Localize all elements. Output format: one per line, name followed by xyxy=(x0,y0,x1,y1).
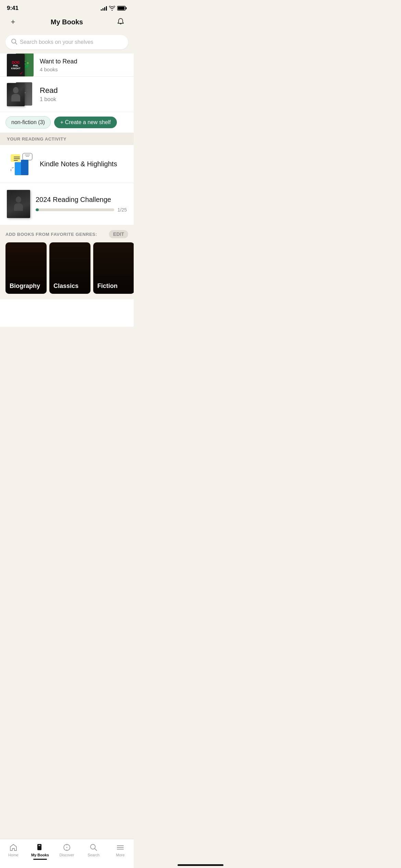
shelf-name-read: Read xyxy=(40,86,127,95)
page-title: My Books xyxy=(19,18,114,26)
shelf-covers-want-to-read: 🐉 DOG PHILKNIGHT ✓ xyxy=(7,53,34,77)
note-icon xyxy=(11,154,20,162)
kindle-icon-container xyxy=(7,152,34,176)
search-container: Search books on your shelves xyxy=(0,32,134,53)
svg-rect-1 xyxy=(126,7,127,9)
genre-card-classics[interactable]: Classics xyxy=(49,242,90,294)
kindle-notes-item[interactable]: Kindle Notes & Highlights xyxy=(0,145,134,183)
notification-button[interactable] xyxy=(114,16,127,28)
kindle-icon xyxy=(9,153,33,175)
challenge-title: 2024 Reading Challenge xyxy=(36,196,127,204)
challenge-portrait xyxy=(13,196,24,212)
signal-icon xyxy=(101,6,107,11)
challenge-cover xyxy=(7,190,30,218)
challenge-cover-inner xyxy=(7,190,30,218)
genres-edit-button[interactable]: EDIT xyxy=(109,230,128,238)
genre-label-fiction: Fiction xyxy=(97,282,118,290)
status-bar: 9:41 xyxy=(0,0,134,14)
tag-nonfiction[interactable]: non-fiction (3) xyxy=(5,116,51,129)
progress-text: 1/25 xyxy=(118,207,127,213)
book2-icon xyxy=(21,160,28,175)
search-placeholder: Search books on your shelves xyxy=(20,39,93,45)
genre-card-fiction[interactable]: Fiction xyxy=(93,242,134,294)
page-header: + My Books xyxy=(0,14,134,32)
shelf-item-want-to-read[interactable]: 🐉 DOG PHILKNIGHT ✓ Want to Read 4 books xyxy=(0,53,134,77)
portrait-figure xyxy=(11,87,21,103)
search-icon xyxy=(11,38,17,46)
reading-challenge-item[interactable]: 2024 Reading Challenge 1/25 xyxy=(0,183,134,225)
progress-bar-fill xyxy=(36,208,39,211)
shelf-info-read: Read 1 book xyxy=(40,86,127,103)
add-button[interactable]: + xyxy=(7,16,19,28)
status-time: 9:41 xyxy=(7,5,19,12)
cover-front: DOG PHILKNIGHT ✓ xyxy=(7,54,25,77)
genre-label-biography: Biography xyxy=(10,282,40,290)
challenge-info: 2024 Reading Challenge 1/25 xyxy=(36,196,127,213)
shelf-info-want-to-read: Want to Read 4 books xyxy=(40,58,127,72)
bell-icon xyxy=(116,17,125,26)
shelf-item-read[interactable]: IT Read 1 book xyxy=(0,77,134,112)
progress-row: 1/25 xyxy=(36,207,127,213)
main-content: 🐉 DOG PHILKNIGHT ✓ Want to Read 4 books … xyxy=(0,53,134,327)
cover-front-read xyxy=(7,83,25,106)
create-shelf-button[interactable]: + Create a new shelf xyxy=(54,117,117,128)
shelf-count: 4 books xyxy=(40,67,127,72)
battery-icon xyxy=(117,6,127,11)
svg-point-3 xyxy=(12,39,16,43)
progress-bar-background xyxy=(36,208,114,211)
genres-section: ADD BOOKS FROM FAVORITE GENRES: EDIT Bio… xyxy=(0,225,134,299)
svg-line-4 xyxy=(15,43,17,44)
genres-scroll: Biography Classics Fiction xyxy=(0,242,134,299)
shelf-covers-read: IT xyxy=(7,82,34,106)
genres-header: ADD BOOKS FROM FAVORITE GENRES: EDIT xyxy=(0,230,134,242)
genres-section-label: ADD BOOKS FROM FAVORITE GENRES: xyxy=(5,232,97,237)
shelf-count-read: 1 book xyxy=(40,96,127,103)
shelf-name: Want to Read xyxy=(40,58,127,65)
reading-activity-header: YOUR READING ACTIVITY xyxy=(0,133,134,145)
chat-bubble-icon xyxy=(22,153,33,160)
shelf-tags-row: non-fiction (3) + Create a new shelf xyxy=(0,112,134,133)
svg-rect-2 xyxy=(118,7,125,10)
genre-card-biography[interactable]: Biography xyxy=(5,242,47,294)
genre-label-classics: Classics xyxy=(53,282,78,290)
search-bar[interactable]: Search books on your shelves xyxy=(5,35,128,49)
kindle-notes-title: Kindle Notes & Highlights xyxy=(40,160,117,168)
note-lines xyxy=(14,157,20,161)
status-icons xyxy=(101,6,127,11)
wifi-icon xyxy=(109,6,115,11)
